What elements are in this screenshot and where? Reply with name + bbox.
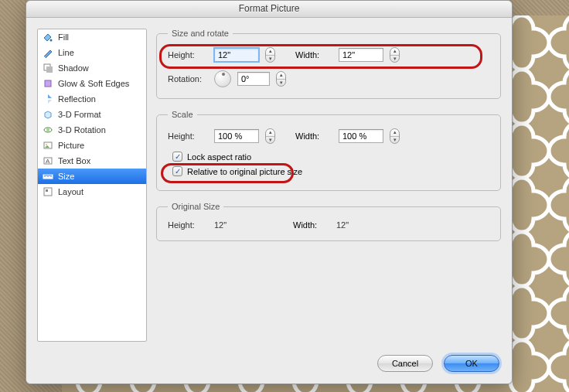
orig-width-label: Width: (293, 220, 330, 230)
chevron-down-icon: ▾ (390, 137, 399, 144)
picture-icon (43, 140, 53, 151)
checkbox-label: Lock aspect ratio (187, 152, 251, 162)
sidebar-item-label: 3-D Format (58, 110, 101, 119)
scale-width-stepper[interactable]: ▴▾ (390, 128, 400, 144)
sidebar-item-layout[interactable]: Layout (38, 184, 146, 199)
chevron-up-icon: ▴ (266, 129, 274, 137)
ruler-icon (43, 171, 53, 182)
layout-icon (43, 186, 53, 197)
sidebar-item-text-box[interactable]: A Text Box (38, 153, 146, 169)
height-input[interactable] (214, 48, 259, 62)
lock-aspect-ratio-checkbox[interactable]: ✓ Lock aspect ratio (172, 152, 489, 162)
scale-height-input[interactable] (214, 129, 259, 143)
svg-rect-4 (46, 66, 53, 73)
orig-height-label: Height: (168, 220, 208, 230)
chevron-down-icon: ▾ (277, 80, 285, 87)
svg-point-7 (46, 128, 49, 131)
chevron-down-icon: ▾ (266, 56, 274, 63)
checkbox-label: Relative to original picture size (187, 167, 302, 176)
shadow-icon (43, 63, 53, 73)
cube-icon (43, 109, 53, 120)
paint-bucket-icon (43, 32, 53, 43)
svg-point-9 (46, 144, 47, 145)
group-legend: Scale (168, 110, 197, 119)
pen-icon (43, 47, 53, 58)
chevron-down-icon: ▾ (390, 56, 399, 63)
svg-rect-14 (46, 189, 48, 192)
width-stepper[interactable]: ▴▾ (390, 47, 400, 63)
original-size-group: Original Size Height: 12" Width: 12" (156, 202, 501, 241)
sidebar-item-reflection[interactable]: Reflection (38, 91, 146, 107)
sidebar-item-label: Text Box (58, 156, 90, 165)
textbox-icon: A (43, 155, 53, 166)
sidebar-item-size[interactable]: Size (38, 169, 146, 184)
height-stepper[interactable]: ▴▾ (265, 47, 275, 63)
chevron-down-icon: ▾ (266, 137, 274, 144)
sidebar-item-label: Fill (58, 32, 69, 42)
svg-rect-5 (45, 80, 51, 87)
svg-text:A: A (46, 158, 50, 165)
sidebar-item-label: Size (58, 172, 74, 181)
sidebar-item-fill[interactable]: Fill (38, 29, 146, 45)
glow-icon (43, 78, 53, 89)
size-panel: Size and rotate Height: ▴▾ Width: ▴▾ Rot… (156, 29, 501, 342)
sidebar-item-picture[interactable]: Picture (38, 138, 146, 153)
sidebar-item-label: Layout (58, 187, 83, 196)
sidebar-item-3d-format[interactable]: 3-D Format (38, 107, 146, 122)
chevron-up-icon: ▴ (390, 48, 399, 56)
height-label: Height: (168, 50, 208, 60)
group-legend: Size and rotate (168, 29, 233, 38)
chevron-up-icon: ▴ (277, 72, 285, 80)
scale-width-input[interactable] (339, 129, 383, 143)
relative-to-original-checkbox[interactable]: ✓ Relative to original picture size (172, 166, 489, 176)
cancel-button[interactable]: Cancel (377, 355, 433, 372)
orig-width-value: 12" (336, 220, 349, 230)
scale-height-label: Height: (168, 131, 208, 141)
sidebar-item-3d-rotation[interactable]: 3-D Rotation (38, 122, 146, 138)
category-sidebar: Fill Line Shadow Glow & Soft Edges Refle… (37, 29, 147, 342)
scale-group: Scale Height: ▴▾ Width: ▴▾ ✓ Lock aspect… (156, 110, 501, 191)
sidebar-item-label: Glow & Soft Edges (58, 79, 129, 88)
sidebar-item-line[interactable]: Line (38, 45, 146, 60)
sidebar-item-shadow[interactable]: Shadow (38, 60, 146, 76)
size-and-rotate-group: Size and rotate Height: ▴▾ Width: ▴▾ Rot… (156, 29, 501, 99)
scale-width-label: Width: (295, 131, 332, 141)
svg-point-2 (50, 39, 53, 42)
scale-height-stepper[interactable]: ▴▾ (265, 128, 275, 144)
sidebar-item-label: Picture (58, 141, 84, 150)
width-input[interactable] (339, 48, 383, 62)
chevron-up-icon: ▴ (390, 129, 399, 137)
rotate-3d-icon (43, 124, 53, 135)
dialog-footer: Cancel OK (26, 348, 512, 383)
reflection-icon (43, 94, 53, 104)
rotation-dial[interactable] (214, 70, 231, 87)
checkbox-icon: ✓ (172, 166, 182, 176)
checkbox-icon: ✓ (172, 152, 182, 162)
rotation-input[interactable] (237, 72, 270, 86)
group-legend: Original Size (168, 202, 223, 211)
sidebar-item-label: Shadow (58, 63, 89, 73)
rotation-label: Rotation: (168, 74, 208, 84)
rotation-stepper[interactable]: ▴▾ (276, 71, 286, 87)
dialog-title: Format Picture (26, 1, 512, 18)
format-picture-dialog: Format Picture Fill Line Shadow Glow & S… (26, 0, 513, 384)
sidebar-item-glow[interactable]: Glow & Soft Edges (38, 76, 146, 91)
orig-height-value: 12" (214, 220, 259, 230)
sidebar-item-label: Line (58, 48, 74, 57)
width-label: Width: (295, 50, 332, 60)
chevron-up-icon: ▴ (266, 48, 274, 56)
sidebar-item-label: 3-D Rotation (58, 125, 106, 135)
sidebar-item-label: Reflection (58, 94, 96, 104)
ok-button[interactable]: OK (444, 355, 499, 372)
